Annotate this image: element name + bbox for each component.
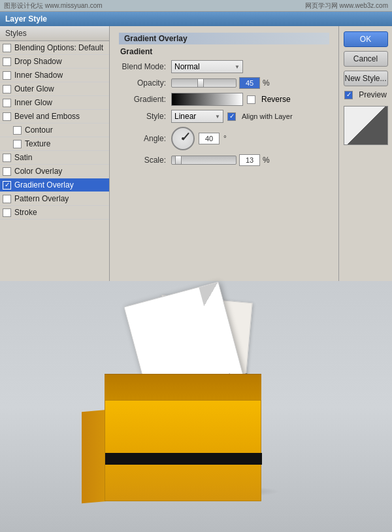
angle-unit: ° xyxy=(223,134,227,143)
checkbox-pattern-overlay[interactable] xyxy=(3,195,11,203)
label-inner-shadow: Inner Shadow xyxy=(14,71,63,80)
label-color-overlay: Color Overlay xyxy=(14,167,62,176)
reverse-label: Reverse xyxy=(261,95,291,104)
cancel-button[interactable]: Cancel xyxy=(344,51,388,67)
opacity-value[interactable]: 45 xyxy=(239,77,260,89)
checkbox-gradient-overlay[interactable]: ✓ xyxy=(3,181,11,190)
label-blending-options: Blending Options: Default xyxy=(14,43,103,52)
window-title: Layer Style xyxy=(5,14,47,24)
scale-slider[interactable] xyxy=(171,156,237,165)
checkbox-contour[interactable] xyxy=(13,126,22,135)
section-title: Gradient Overlay xyxy=(119,33,329,44)
sidebar-item-inner-shadow[interactable]: Inner Shadow xyxy=(0,69,109,82)
sidebar-item-contour[interactable]: Contour xyxy=(0,124,109,137)
new-style-button[interactable]: New Style... xyxy=(344,71,388,86)
angle-value[interactable]: 40 xyxy=(199,133,220,144)
sidebar-item-texture[interactable]: Texture xyxy=(0,137,109,151)
label-outer-glow: Outer Glow xyxy=(14,84,54,93)
preview-label-row: ✓ Preview xyxy=(344,90,387,99)
opacity-label: Opacity: xyxy=(119,78,171,88)
preview-text: Preview xyxy=(359,90,387,99)
watermark-bar: 图形设计化坛 www.missyuan.com 网页学习网 www.web3z.… xyxy=(0,0,392,12)
angle-dial[interactable] xyxy=(171,127,195,150)
scale-unit: % xyxy=(263,156,270,165)
main-area: Styles Blending Options: Default Drop Sh… xyxy=(0,26,392,281)
opacity-slider-container: 45 % xyxy=(171,77,270,89)
opacity-slider-thumb[interactable] xyxy=(197,78,204,88)
watermark-right: 网页学习网 www.web3z.com xyxy=(305,1,388,10)
blend-mode-label: Blend Mode: xyxy=(119,62,171,71)
checkbox-stroke[interactable] xyxy=(3,208,11,217)
sidebar-item-drop-shadow[interactable]: Drop Shadow xyxy=(0,55,109,69)
box-left-side xyxy=(82,410,106,503)
styles-header: Styles xyxy=(0,26,109,41)
label-satin: Satin xyxy=(14,153,32,162)
checkbox-blending-options[interactable] xyxy=(3,44,11,52)
label-gradient-overlay: Gradient Overlay xyxy=(14,180,74,190)
opacity-row: Opacity: 45 % xyxy=(119,77,329,89)
sidebar-item-bevel-emboss[interactable]: Bevel and Emboss xyxy=(0,110,109,124)
scale-slider-container: 13 % xyxy=(171,154,270,166)
box-illustration: .doc xyxy=(105,312,287,501)
checkbox-satin[interactable] xyxy=(3,154,11,162)
reverse-row: Reverse xyxy=(247,95,291,104)
title-bar: Layer Style xyxy=(0,12,392,26)
sidebar-item-pattern-overlay[interactable]: Pattern Overlay xyxy=(0,192,109,206)
label-drop-shadow: Drop Shadow xyxy=(14,57,62,66)
checkbox-bevel-emboss[interactable] xyxy=(3,112,11,121)
blend-mode-row: Blend Mode: Normal ▼ xyxy=(119,60,329,73)
angle-row: Angle: 40 ° xyxy=(119,127,329,150)
opacity-slider[interactable] xyxy=(171,78,237,88)
checkbox-preview[interactable]: ✓ xyxy=(344,91,353,99)
layer-style-dialog: 图形设计化坛 www.missyuan.com 网页学习网 www.web3z.… xyxy=(0,0,392,281)
sidebar-item-blending-options[interactable]: Blending Options: Default xyxy=(0,41,109,55)
angle-needle xyxy=(182,133,189,141)
align-check-icon: ✓ xyxy=(229,113,235,120)
style-label: Style: xyxy=(119,112,171,121)
blend-mode-dropdown[interactable]: Normal ▼ xyxy=(171,60,243,73)
checkbox-align-layer[interactable]: ✓ xyxy=(227,112,236,121)
checkbox-drop-shadow[interactable] xyxy=(3,58,11,66)
label-inner-glow: Inner Glow xyxy=(14,98,52,107)
illustration-panel: .doc xyxy=(0,281,392,532)
align-layer-label: Align with Layer xyxy=(242,112,293,120)
action-panel: OK Cancel New Style... ✓ Preview xyxy=(338,26,392,281)
style-row: Style: Linear ▼ ✓ Align with Layer xyxy=(119,110,329,123)
checkbox-texture[interactable] xyxy=(13,140,22,148)
scale-value[interactable]: 13 xyxy=(239,154,260,166)
gradient-swatch[interactable] xyxy=(171,93,243,106)
blend-mode-arrow-icon: ▼ xyxy=(235,64,240,70)
label-contour: Contour xyxy=(25,125,53,135)
subsection-title: Gradient xyxy=(119,47,329,56)
watermark-left: 图形设计化坛 www.missyuan.com xyxy=(4,1,103,10)
preview-check-icon: ✓ xyxy=(346,91,351,98)
blend-mode-value: Normal xyxy=(174,62,200,71)
label-texture: Texture xyxy=(25,139,50,148)
angle-control: 40 ° xyxy=(171,127,227,150)
box-top-back xyxy=(105,374,261,400)
box-front xyxy=(105,400,261,501)
align-layer-row: ✓ Align with Layer xyxy=(227,112,293,121)
sidebar-item-satin[interactable]: Satin xyxy=(0,151,109,165)
scale-slider-thumb[interactable] xyxy=(175,156,182,165)
sidebar-item-stroke[interactable]: Stroke xyxy=(0,206,109,220)
style-dropdown[interactable]: Linear ▼ xyxy=(171,110,223,123)
label-stroke: Stroke xyxy=(14,208,37,217)
scale-row: Scale: 13 % xyxy=(119,154,329,166)
angle-label: Angle: xyxy=(119,134,171,143)
sidebar-item-gradient-overlay[interactable]: ✓ Gradient Overlay xyxy=(0,178,109,192)
sidebar-item-inner-glow[interactable]: Inner Glow xyxy=(0,96,109,110)
box-stripe xyxy=(105,453,262,465)
sidebar-item-color-overlay[interactable]: Color Overlay xyxy=(0,165,109,178)
check-icon: ✓ xyxy=(5,182,10,188)
checkbox-reverse[interactable] xyxy=(247,95,255,104)
gradient-label: Gradient: xyxy=(119,95,171,104)
checkbox-inner-shadow[interactable] xyxy=(3,71,11,80)
checkbox-color-overlay[interactable] xyxy=(3,167,11,176)
scale-label: Scale: xyxy=(119,156,171,165)
opacity-unit: % xyxy=(263,78,270,88)
sidebar-item-outer-glow[interactable]: Outer Glow xyxy=(0,82,109,96)
checkbox-outer-glow[interactable] xyxy=(3,85,11,93)
checkbox-inner-glow[interactable] xyxy=(3,99,11,107)
ok-button[interactable]: OK xyxy=(344,31,388,47)
